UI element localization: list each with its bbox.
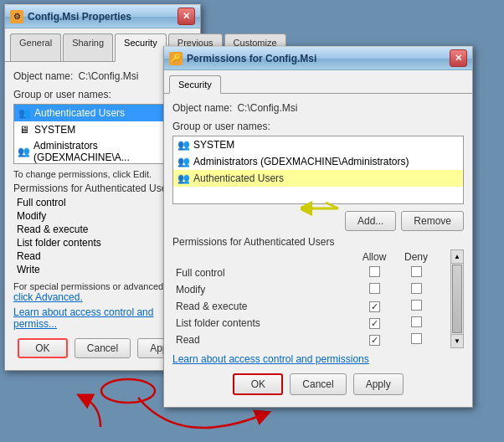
secondary-titlebar: 🔑 Permissions for Config.Msi ✕ — [164, 47, 472, 70]
permissions-table: Allow Deny Full control Modify — [172, 249, 450, 348]
deny-col-header: Deny — [395, 249, 437, 265]
user-name: SYSTEM — [193, 139, 234, 151]
secondary-title-icon: 🔑 — [169, 52, 183, 65]
perm-col-header — [172, 249, 353, 265]
sec-users-listbox[interactable]: 👥 SYSTEM 👥 Administrators (GDEXMACHINE\A… — [172, 136, 464, 204]
tab-security[interactable]: Security — [115, 33, 167, 62]
sec-object-value: C:\Config.Msi — [237, 102, 297, 114]
allow-checkbox-full[interactable] — [353, 265, 395, 281]
secondary-title-text: Permissions for Config.Msi — [187, 53, 450, 64]
secondary-dialog: 🔑 Permissions for Config.Msi ✕ Security … — [163, 46, 473, 408]
deny-checkbox-list[interactable] — [395, 315, 437, 332]
table-row: List folder contents — [172, 315, 450, 332]
deny-checkbox-full[interactable] — [395, 265, 437, 281]
perm-label: Modify — [172, 281, 353, 298]
add-button[interactable]: Add... — [345, 211, 396, 231]
ok-circle-indicator — [99, 377, 157, 409]
sec-group-label: Group or user names: — [172, 121, 464, 132]
advanced-link[interactable]: click Advanced. — [13, 291, 83, 303]
main-title-icon: ⚙ — [10, 10, 23, 23]
scroll-thumb[interactable] — [452, 265, 462, 333]
secondary-tab-security[interactable]: Security — [169, 75, 221, 94]
user-icon: 👥 — [18, 145, 30, 158]
tab-general[interactable]: General — [10, 33, 61, 61]
dialog-buttons: OK Cancel Apply — [172, 373, 464, 398]
user-icon: 🖥 — [18, 123, 31, 136]
user-name: Authenticated Users — [34, 107, 125, 119]
table-row: Modify — [172, 281, 450, 298]
perms-scrollbar[interactable]: ▲ ▼ — [450, 249, 464, 348]
deny-checkbox-modify[interactable] — [395, 281, 437, 298]
user-icon: 👥 — [177, 155, 190, 168]
svg-point-0 — [101, 379, 155, 403]
scroll-space — [437, 332, 450, 348]
deny-checkbox-read-exec[interactable] — [395, 298, 437, 315]
perm-label: Read — [172, 332, 353, 348]
object-name-label: Object name: — [13, 70, 73, 82]
user-name: Administrators (GDEXMACHINE\Administrato… — [193, 156, 409, 167]
allow-checkbox-read-exec[interactable] — [353, 298, 395, 315]
perm-label: Read & execute — [172, 298, 353, 315]
user-name: Authenticated Users — [193, 172, 284, 184]
scroll-down-arrow[interactable]: ▼ — [451, 334, 463, 347]
sec-ok-button[interactable]: OK — [233, 373, 283, 395]
user-name: SYSTEM — [34, 124, 75, 136]
table-row: Read & execute — [172, 298, 450, 315]
learn-link[interactable]: Learn about access control and permiss..… — [13, 306, 153, 330]
list-item[interactable]: 👥 SYSTEM — [173, 136, 463, 153]
main-cancel-button[interactable]: Cancel — [75, 338, 131, 358]
remove-button[interactable]: Remove — [401, 211, 464, 231]
perms-table-container: Allow Deny Full control Modify — [172, 249, 464, 348]
perm-label: List folder contents — [172, 315, 353, 332]
allow-checkbox-list[interactable] — [353, 315, 395, 332]
secondary-body: Object name: C:\Config.Msi Group or user… — [164, 94, 472, 407]
main-titlebar: ⚙ Config.Msi Properties ✕ — [5, 5, 200, 28]
secondary-tabs: Security — [164, 70, 472, 94]
secondary-close-button[interactable]: ✕ — [450, 49, 467, 67]
sec-object-name-row: Object name: C:\Config.Msi — [172, 102, 464, 114]
scroll-space — [437, 281, 450, 298]
deny-checkbox-read[interactable] — [395, 332, 437, 348]
sec-perms-header: Permissions for Authenticated Users — [172, 236, 464, 248]
sec-learn-link[interactable]: Learn about access control and permissio… — [172, 353, 369, 365]
scrollbar-col — [437, 249, 450, 265]
allow-col-header: Allow — [353, 249, 395, 265]
tab-sharing[interactable]: Sharing — [63, 33, 113, 61]
sec-object-label: Object name: — [172, 102, 232, 114]
user-icon: 👥 — [177, 138, 190, 152]
table-row: Full control — [172, 265, 450, 281]
list-item-authenticated[interactable]: 👥 Authenticated Users — [173, 170, 463, 187]
main-ok-button[interactable]: OK — [18, 338, 68, 358]
sec-apply-button[interactable]: Apply — [353, 373, 404, 395]
scroll-space — [437, 315, 450, 332]
arrow-indicator — [67, 381, 134, 434]
user-icon: 👥 — [177, 172, 190, 185]
user-icon: 👥 — [18, 106, 31, 120]
list-item[interactable]: 👥 Administrators (GDEXMACHINE\Administra… — [173, 153, 463, 170]
object-name-value: C:\Config.Msi — [78, 70, 138, 82]
main-title-text: Config.Msi Properties — [28, 11, 177, 23]
main-close-button[interactable]: ✕ — [177, 8, 195, 25]
perm-label: Full control — [172, 265, 353, 281]
sec-cancel-button[interactable]: Cancel — [290, 373, 346, 395]
user-action-buttons: Add... Remove — [172, 211, 464, 231]
scroll-space — [437, 298, 450, 315]
table-row: Read — [172, 332, 450, 348]
scroll-up-arrow[interactable]: ▲ — [451, 250, 463, 264]
allow-checkbox-modify[interactable] — [353, 281, 395, 298]
scroll-space — [437, 265, 450, 281]
users-section: 👥 SYSTEM 👥 Administrators (GDEXMACHINE\A… — [172, 136, 464, 204]
allow-checkbox-read[interactable] — [353, 332, 395, 348]
